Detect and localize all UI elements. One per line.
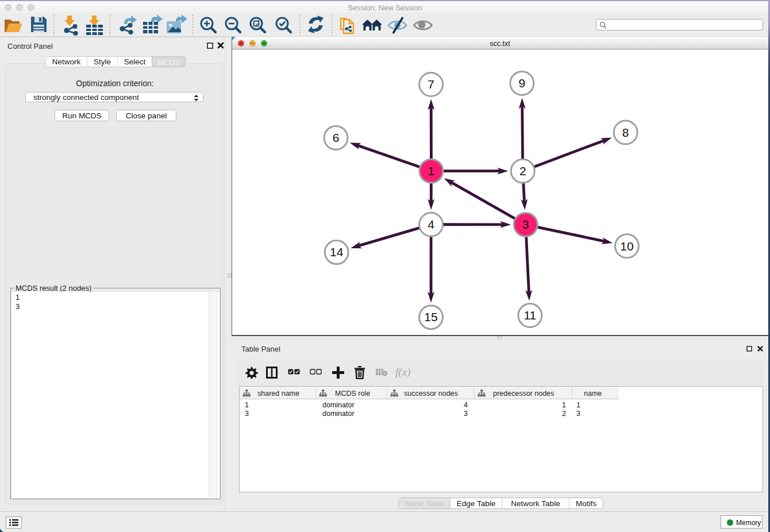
svg-text:11: 11 <box>523 309 536 322</box>
svg-text:9: 9 <box>519 76 526 90</box>
svg-text:6: 6 <box>333 131 340 144</box>
svg-text:1: 1 <box>428 164 435 178</box>
svg-text:4: 4 <box>428 218 434 231</box>
svg-text:8: 8 <box>622 126 629 139</box>
svg-text:14: 14 <box>330 245 344 259</box>
svg-text:7: 7 <box>428 78 434 91</box>
svg-text:3: 3 <box>522 218 529 231</box>
svg-text:2: 2 <box>519 164 526 178</box>
svg-text:15: 15 <box>424 310 437 323</box>
svg-text:10: 10 <box>620 240 633 253</box>
